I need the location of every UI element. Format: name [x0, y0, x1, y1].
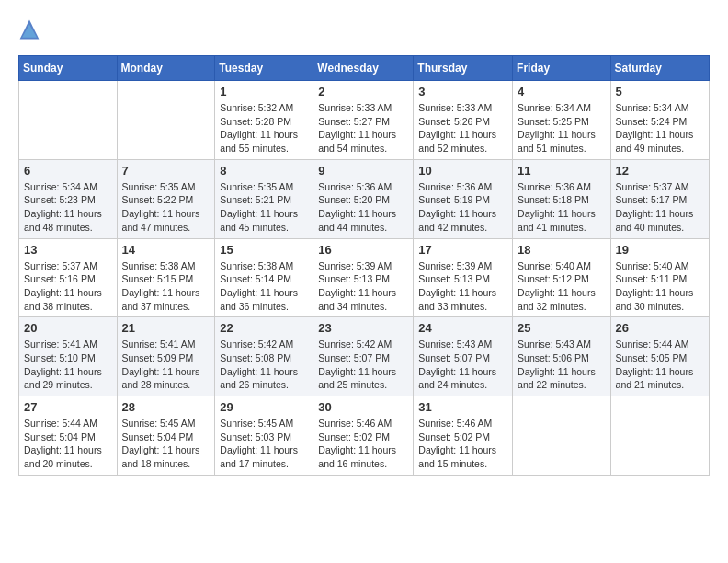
day-number: 15 — [220, 243, 308, 257]
day-number: 22 — [220, 321, 308, 335]
day-number: 23 — [318, 321, 408, 335]
day-info: Sunrise: 5:40 AMSunset: 5:11 PMDaylight:… — [616, 259, 704, 314]
day-number: 17 — [418, 243, 507, 257]
day-number: 28 — [122, 400, 210, 414]
day-info: Sunrise: 5:33 AMSunset: 5:27 PMDaylight:… — [318, 101, 408, 155]
day-number: 14 — [122, 243, 210, 257]
calendar-cell: 5Sunrise: 5:34 AMSunset: 5:24 PMDaylight… — [610, 81, 709, 160]
day-info: Sunrise: 5:34 AMSunset: 5:25 PMDaylight:… — [518, 101, 606, 155]
calendar-cell: 11Sunrise: 5:36 AMSunset: 5:18 PMDayligh… — [513, 159, 611, 238]
calendar-cell — [610, 396, 709, 476]
day-number: 5 — [616, 85, 704, 98]
calendar-cell — [19, 81, 118, 160]
day-info: Sunrise: 5:37 AMSunset: 5:17 PMDaylight:… — [616, 180, 704, 235]
day-info: Sunrise: 5:33 AMSunset: 5:26 PMDaylight:… — [418, 101, 507, 155]
day-info: Sunrise: 5:36 AMSunset: 5:20 PMDaylight:… — [318, 180, 408, 235]
day-number: 30 — [318, 400, 408, 414]
calendar-table: SundayMondayTuesdayWednesdayThursdayFrid… — [18, 55, 710, 476]
generalblue-icon — [18, 18, 40, 40]
day-info: Sunrise: 5:41 AMSunset: 5:10 PMDaylight:… — [24, 338, 112, 392]
day-info: Sunrise: 5:35 AMSunset: 5:22 PMDaylight:… — [122, 180, 210, 235]
calendar-cell: 23Sunrise: 5:42 AMSunset: 5:07 PMDayligh… — [313, 317, 414, 396]
day-info: Sunrise: 5:39 AMSunset: 5:13 PMDaylight:… — [418, 259, 507, 314]
day-number: 25 — [518, 321, 606, 335]
day-info: Sunrise: 5:44 AMSunset: 5:05 PMDaylight:… — [616, 338, 704, 392]
day-info: Sunrise: 5:45 AMSunset: 5:04 PMDaylight:… — [122, 417, 210, 471]
calendar-cell: 22Sunrise: 5:42 AMSunset: 5:08 PMDayligh… — [215, 317, 313, 396]
weekday-header: Sunday — [19, 56, 118, 81]
day-number: 8 — [220, 164, 308, 178]
day-number: 19 — [616, 243, 704, 257]
day-number: 18 — [518, 243, 606, 257]
day-number: 24 — [418, 321, 507, 335]
calendar-cell: 31Sunrise: 5:46 AMSunset: 5:02 PMDayligh… — [414, 396, 513, 476]
day-number: 9 — [318, 164, 408, 178]
calendar-cell: 1Sunrise: 5:32 AMSunset: 5:28 PMDaylight… — [215, 81, 313, 160]
day-info: Sunrise: 5:38 AMSunset: 5:14 PMDaylight:… — [220, 259, 308, 314]
day-info: Sunrise: 5:34 AMSunset: 5:23 PMDaylight:… — [24, 180, 112, 235]
day-number: 4 — [518, 85, 606, 98]
weekday-header: Thursday — [414, 56, 513, 81]
day-number: 21 — [122, 321, 210, 335]
day-info: Sunrise: 5:42 AMSunset: 5:08 PMDaylight:… — [220, 338, 308, 392]
weekday-header: Friday — [513, 56, 611, 81]
day-info: Sunrise: 5:44 AMSunset: 5:04 PMDaylight:… — [24, 417, 112, 471]
day-info: Sunrise: 5:36 AMSunset: 5:19 PMDaylight:… — [418, 180, 507, 235]
calendar-cell: 19Sunrise: 5:40 AMSunset: 5:11 PMDayligh… — [610, 238, 709, 317]
calendar-cell: 24Sunrise: 5:43 AMSunset: 5:07 PMDayligh… — [414, 317, 513, 396]
calendar-cell: 13Sunrise: 5:37 AMSunset: 5:16 PMDayligh… — [19, 238, 118, 317]
day-info: Sunrise: 5:45 AMSunset: 5:03 PMDaylight:… — [220, 417, 308, 471]
day-info: Sunrise: 5:41 AMSunset: 5:09 PMDaylight:… — [122, 338, 210, 392]
day-info: Sunrise: 5:43 AMSunset: 5:07 PMDaylight:… — [418, 338, 507, 392]
day-info: Sunrise: 5:46 AMSunset: 5:02 PMDaylight:… — [418, 417, 507, 471]
calendar-cell: 14Sunrise: 5:38 AMSunset: 5:15 PMDayligh… — [117, 238, 215, 317]
calendar-cell: 4Sunrise: 5:34 AMSunset: 5:25 PMDaylight… — [513, 81, 611, 160]
calendar-cell: 17Sunrise: 5:39 AMSunset: 5:13 PMDayligh… — [414, 238, 513, 317]
calendar-cell: 18Sunrise: 5:40 AMSunset: 5:12 PMDayligh… — [513, 238, 611, 317]
day-number: 20 — [24, 321, 112, 335]
day-number: 2 — [318, 85, 408, 98]
weekday-header: Monday — [117, 56, 215, 81]
day-number: 16 — [318, 243, 408, 257]
day-info: Sunrise: 5:37 AMSunset: 5:16 PMDaylight:… — [24, 259, 112, 314]
calendar-cell: 9Sunrise: 5:36 AMSunset: 5:20 PMDaylight… — [313, 159, 414, 238]
calendar-cell: 27Sunrise: 5:44 AMSunset: 5:04 PMDayligh… — [19, 396, 118, 476]
weekday-header: Tuesday — [215, 56, 313, 81]
day-number: 10 — [418, 164, 507, 178]
calendar-cell: 30Sunrise: 5:46 AMSunset: 5:02 PMDayligh… — [313, 396, 414, 476]
calendar-cell: 25Sunrise: 5:43 AMSunset: 5:06 PMDayligh… — [513, 317, 611, 396]
day-info: Sunrise: 5:43 AMSunset: 5:06 PMDaylight:… — [518, 338, 606, 392]
calendar-cell — [513, 396, 611, 476]
day-info: Sunrise: 5:39 AMSunset: 5:13 PMDaylight:… — [318, 259, 408, 314]
calendar-cell: 15Sunrise: 5:38 AMSunset: 5:14 PMDayligh… — [215, 238, 313, 317]
calendar-cell: 28Sunrise: 5:45 AMSunset: 5:04 PMDayligh… — [117, 396, 215, 476]
day-number: 27 — [24, 400, 112, 414]
day-info: Sunrise: 5:32 AMSunset: 5:28 PMDaylight:… — [220, 101, 308, 155]
day-info: Sunrise: 5:36 AMSunset: 5:18 PMDaylight:… — [518, 180, 606, 235]
weekday-header: Saturday — [610, 56, 709, 81]
calendar-cell: 20Sunrise: 5:41 AMSunset: 5:10 PMDayligh… — [19, 317, 118, 396]
calendar-cell: 16Sunrise: 5:39 AMSunset: 5:13 PMDayligh… — [313, 238, 414, 317]
day-number: 11 — [518, 164, 606, 178]
calendar-cell: 8Sunrise: 5:35 AMSunset: 5:21 PMDaylight… — [215, 159, 313, 238]
weekday-header: Wednesday — [313, 56, 414, 81]
day-number: 7 — [122, 164, 210, 178]
calendar-cell: 21Sunrise: 5:41 AMSunset: 5:09 PMDayligh… — [117, 317, 215, 396]
day-number: 29 — [220, 400, 308, 414]
calendar-cell: 6Sunrise: 5:34 AMSunset: 5:23 PMDaylight… — [19, 159, 118, 238]
calendar-cell: 26Sunrise: 5:44 AMSunset: 5:05 PMDayligh… — [610, 317, 709, 396]
calendar-cell: 7Sunrise: 5:35 AMSunset: 5:22 PMDaylight… — [117, 159, 215, 238]
day-number: 1 — [220, 85, 308, 98]
day-number: 13 — [24, 243, 112, 257]
day-number: 26 — [616, 321, 704, 335]
calendar-cell: 12Sunrise: 5:37 AMSunset: 5:17 PMDayligh… — [610, 159, 709, 238]
calendar-cell — [117, 81, 215, 160]
calendar-cell: 10Sunrise: 5:36 AMSunset: 5:19 PMDayligh… — [414, 159, 513, 238]
calendar-cell: 3Sunrise: 5:33 AMSunset: 5:26 PMDaylight… — [414, 81, 513, 160]
day-number: 31 — [418, 400, 507, 414]
day-info: Sunrise: 5:42 AMSunset: 5:07 PMDaylight:… — [318, 338, 408, 392]
calendar-cell: 29Sunrise: 5:45 AMSunset: 5:03 PMDayligh… — [215, 396, 313, 476]
day-info: Sunrise: 5:38 AMSunset: 5:15 PMDaylight:… — [122, 259, 210, 314]
day-info: Sunrise: 5:35 AMSunset: 5:21 PMDaylight:… — [220, 180, 308, 235]
day-info: Sunrise: 5:46 AMSunset: 5:02 PMDaylight:… — [318, 417, 408, 471]
